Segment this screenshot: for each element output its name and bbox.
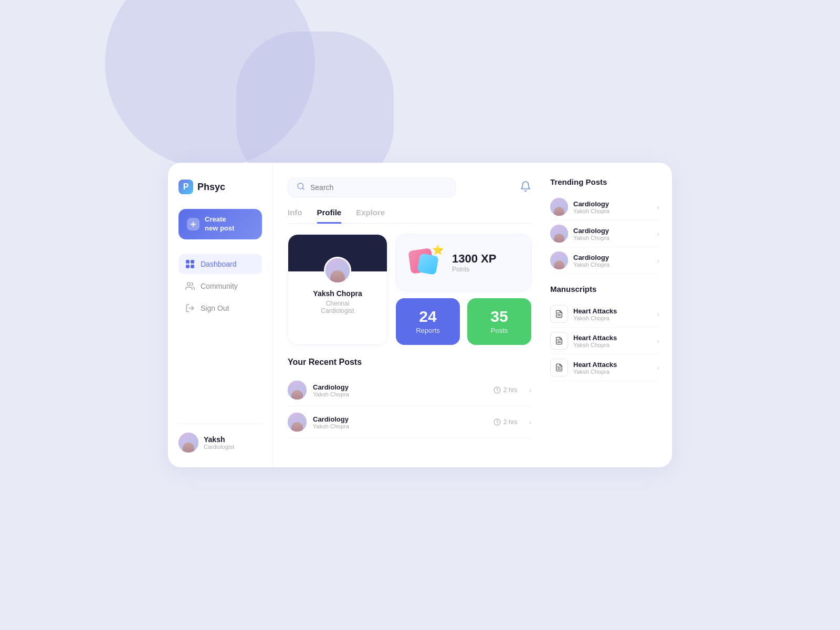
- notification-bell-icon[interactable]: [520, 181, 531, 195]
- app-card: P Phsyc + Createnew post Dashboard: [168, 163, 672, 467]
- manuscript-item-3[interactable]: Heart Attacks Yaksh Chopra ›: [550, 354, 659, 381]
- create-button-label: Createnew post: [205, 215, 234, 233]
- manuscript-icon-3: [550, 359, 568, 376]
- plus-icon: +: [187, 218, 200, 230]
- logo-row: P Phsyc: [178, 180, 262, 194]
- post-item-2[interactable]: Cardiology Yaksh Chopra 2 hrs ›: [288, 406, 531, 438]
- main-header: [288, 177, 531, 197]
- manuscript-icon-2: [550, 332, 568, 350]
- tabs: Info Profile Explore: [288, 208, 531, 224]
- sidebar-user-role: Cardiologist: [204, 444, 234, 450]
- manuscript-author-2: Yaksh Chopra: [573, 342, 652, 348]
- profile-specialty: Cardiologist: [288, 307, 387, 314]
- profile-avatar: [324, 257, 351, 284]
- manuscript-chevron-1: ›: [657, 310, 659, 318]
- manuscript-author-1: Yaksh Chopra: [573, 315, 652, 321]
- search-icon: [297, 182, 305, 193]
- xp-info: 1300 XP Points: [452, 252, 496, 273]
- sidebar-user: Yaksh Cardiologist: [178, 424, 262, 453]
- search-input[interactable]: [310, 183, 447, 192]
- manuscript-title-1: Heart Attacks: [573, 307, 652, 315]
- sections-wrap: Info Profile Explore Yaksh Chopra Chenna…: [273, 163, 672, 467]
- trending-author-3: Yaksh Chopra: [573, 261, 652, 268]
- post-title-1: Cardiology: [313, 383, 487, 391]
- trending-posts-title: Trending Posts: [550, 177, 659, 186]
- sidebar-item-dashboard[interactable]: Dashboard: [178, 254, 262, 274]
- trending-info-1: Cardiology Yaksh Chopra: [573, 200, 652, 214]
- manuscript-item-1[interactable]: Heart Attacks Yaksh Chopra ›: [550, 301, 659, 328]
- trending-avatar-3: [550, 251, 568, 269]
- profile-grid: Yaksh Chopra Chennai Cardiologist ⭐: [288, 234, 531, 345]
- main-content: Info Profile Explore Yaksh Chopra Chenna…: [273, 163, 546, 467]
- manuscript-info-3: Heart Attacks Yaksh Chopra: [573, 361, 652, 375]
- dashboard-icon: [185, 259, 195, 269]
- manuscripts-title: Manuscripts: [550, 285, 659, 293]
- recent-posts-title: Your Recent Posts: [288, 358, 531, 367]
- sidebar-item-dashboard-label: Dashboard: [201, 260, 237, 268]
- svg-line-3: [302, 188, 304, 190]
- trending-author-2: Yaksh Chopra: [573, 235, 652, 241]
- tab-profile[interactable]: Profile: [317, 208, 342, 224]
- app-logo-text: Phsyc: [197, 182, 225, 193]
- search-bar[interactable]: [288, 177, 456, 197]
- sidebar-user-info: Yaksh Cardiologist: [204, 435, 234, 450]
- post-author-1: Yaksh Chopra: [313, 391, 487, 397]
- manuscript-info-1: Heart Attacks Yaksh Chopra: [573, 307, 652, 321]
- posts-label: Posts: [491, 327, 508, 334]
- trending-title-1: Cardiology: [573, 200, 652, 208]
- trending-item-1[interactable]: Cardiology Yaksh Chopra ›: [550, 194, 659, 220]
- sidebar-item-signout-label: Sign Out: [201, 304, 229, 312]
- post-avatar-2: [288, 413, 307, 432]
- tab-explore[interactable]: Explore: [356, 208, 385, 224]
- trending-title-2: Cardiology: [573, 227, 652, 235]
- xp-illustration: ⭐: [407, 244, 444, 281]
- manuscript-info-2: Heart Attacks Yaksh Chopra: [573, 334, 652, 348]
- post-title-2: Cardiology: [313, 415, 487, 423]
- trending-avatar-1: [550, 198, 568, 216]
- nav-items: Dashboard Community: [178, 254, 262, 415]
- sidebar-item-signout[interactable]: Sign Out: [178, 298, 262, 318]
- sidebar-user-name: Yaksh: [204, 435, 234, 444]
- post-author-2: Yaksh Chopra: [313, 423, 487, 429]
- manuscript-author-3: Yaksh Chopra: [573, 369, 652, 375]
- profile-location: Chennai: [288, 300, 387, 307]
- trending-title-3: Cardiology: [573, 254, 652, 261]
- sidebar: P Phsyc + Createnew post Dashboard: [168, 163, 273, 467]
- manuscript-item-2[interactable]: Heart Attacks Yaksh Chopra ›: [550, 328, 659, 354]
- trending-chevron-2: ›: [657, 230, 659, 238]
- reports-number: 24: [419, 309, 436, 324]
- create-new-post-button[interactable]: + Createnew post: [178, 209, 262, 239]
- sidebar-item-community[interactable]: Community: [178, 276, 262, 296]
- right-panel: Trending Posts Cardiology Yaksh Chopra ›…: [546, 163, 672, 467]
- sidebar-item-community-label: Community: [201, 282, 238, 290]
- post-time-1: 2 hrs: [494, 386, 518, 394]
- profile-name: Yaksh Chopra: [288, 289, 387, 298]
- trending-item-3[interactable]: Cardiology Yaksh Chopra ›: [550, 247, 659, 274]
- manuscript-title-2: Heart Attacks: [573, 334, 652, 342]
- post-info-2: Cardiology Yaksh Chopra: [313, 415, 487, 429]
- trending-info-2: Cardiology Yaksh Chopra: [573, 227, 652, 241]
- signout-icon: [185, 303, 195, 313]
- profile-card: Yaksh Chopra Chennai Cardiologist: [288, 234, 387, 345]
- trending-info-3: Cardiology Yaksh Chopra: [573, 254, 652, 268]
- post-item[interactable]: Cardiology Yaksh Chopra 2 hrs ›: [288, 374, 531, 406]
- post-avatar-1: [288, 381, 307, 400]
- profile-avatar-wrap: [288, 257, 387, 284]
- post-info-1: Cardiology Yaksh Chopra: [313, 383, 487, 397]
- trending-item-2[interactable]: Cardiology Yaksh Chopra ›: [550, 220, 659, 247]
- post-chevron-2: ›: [529, 418, 531, 426]
- app-logo-icon: P: [178, 180, 193, 194]
- trending-author-1: Yaksh Chopra: [573, 208, 652, 214]
- sidebar-user-avatar: [178, 433, 198, 453]
- trending-chevron-1: ›: [657, 203, 659, 211]
- trending-avatar-2: [550, 225, 568, 243]
- stat-card-reports: 24 Reports: [396, 298, 460, 345]
- svg-point-0: [187, 282, 191, 286]
- post-chevron-1: ›: [529, 386, 531, 394]
- manuscript-title-3: Heart Attacks: [573, 361, 652, 369]
- xp-card: ⭐ 1300 XP Points: [396, 234, 531, 291]
- tab-info[interactable]: Info: [288, 208, 302, 224]
- stats-row: 24 Reports 35 Posts: [396, 298, 531, 345]
- post-time-2: 2 hrs: [494, 418, 518, 426]
- manuscript-icon-1: [550, 305, 568, 323]
